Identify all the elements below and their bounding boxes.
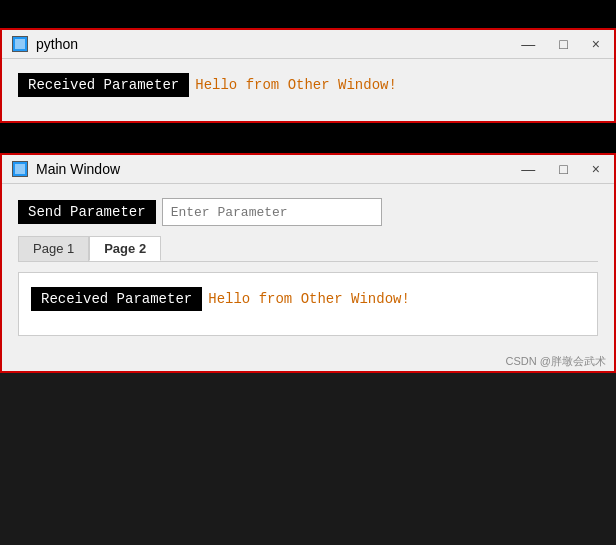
top-black-bar <box>0 0 616 28</box>
python-window-icon <box>12 36 28 52</box>
python-received-value: Hello from Other Window! <box>195 77 397 93</box>
main-received-value: Hello from Other Window! <box>208 291 410 307</box>
main-received-label: Received Parameter <box>31 287 202 311</box>
python-window-body: Received Parameter Hello from Other Wind… <box>2 59 614 121</box>
parameter-input[interactable] <box>162 198 382 226</box>
main-window-body: Send Parameter Page 1 Page 2 Received Pa… <box>2 184 614 350</box>
main-title-bar: Main Window — □ × <box>2 155 614 184</box>
tab-page2[interactable]: Page 2 <box>89 236 161 261</box>
main-title-controls: — □ × <box>517 162 604 176</box>
python-received-label: Received Parameter <box>18 73 189 97</box>
tab-page1[interactable]: Page 1 <box>18 236 89 261</box>
mid-black-bar <box>0 123 616 153</box>
send-parameter-row: Send Parameter <box>18 198 598 226</box>
send-parameter-label[interactable]: Send Parameter <box>18 200 156 224</box>
python-window-title: python <box>36 36 517 52</box>
python-window: python — □ × Received Parameter Hello fr… <box>0 28 616 123</box>
python-received-row: Received Parameter Hello from Other Wind… <box>18 73 598 97</box>
main-received-row: Received Parameter Hello from Other Wind… <box>31 287 585 311</box>
python-maximize-button[interactable]: □ <box>555 37 571 51</box>
main-close-button[interactable]: × <box>588 162 604 176</box>
main-window: Main Window — □ × Send Parameter Page 1 … <box>0 153 616 373</box>
main-window-title: Main Window <box>36 161 517 177</box>
main-maximize-button[interactable]: □ <box>555 162 571 176</box>
main-window-icon <box>12 161 28 177</box>
watermark: CSDN @胖墩会武术 <box>2 350 614 371</box>
python-title-controls: — □ × <box>517 37 604 51</box>
python-close-button[interactable]: × <box>588 37 604 51</box>
python-minimize-button[interactable]: — <box>517 37 539 51</box>
tabs-row: Page 1 Page 2 <box>18 236 598 262</box>
tab-content-page2: Received Parameter Hello from Other Wind… <box>18 272 598 336</box>
python-title-bar: python — □ × <box>2 30 614 59</box>
main-minimize-button[interactable]: — <box>517 162 539 176</box>
